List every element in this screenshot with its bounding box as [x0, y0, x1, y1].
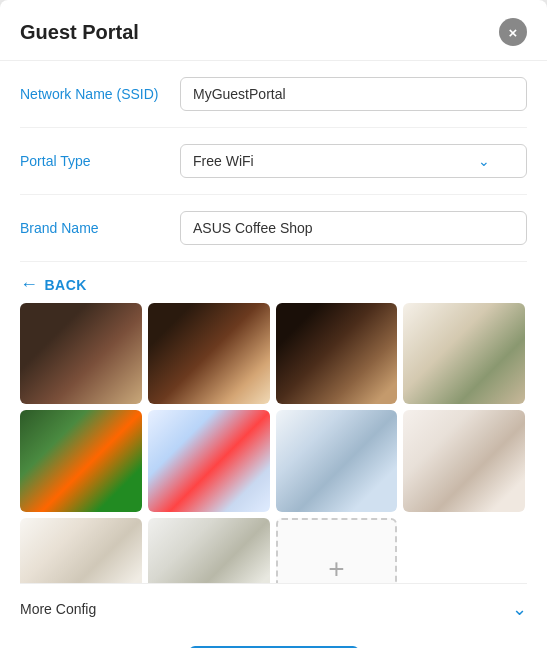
image-item-room1[interactable] — [20, 518, 142, 583]
ssid-input[interactable] — [180, 77, 527, 111]
plus-icon: + — [328, 553, 344, 583]
image-grid-area: + — [20, 303, 527, 583]
back-button[interactable]: ← BACK — [20, 274, 87, 295]
more-config-label: More Config — [20, 601, 96, 617]
portal-type-label: Portal Type — [20, 153, 180, 169]
portal-type-row: Portal Type Free WiFi ⌄ — [20, 128, 527, 195]
brand-name-row: Brand Name — [20, 195, 527, 262]
portal-type-select-wrapper[interactable]: Free WiFi ⌄ — [180, 144, 527, 178]
back-label: BACK — [45, 277, 87, 293]
image-item-food1[interactable] — [403, 303, 525, 404]
image-item-coffee3[interactable] — [276, 303, 398, 404]
back-arrow-icon: ← — [20, 274, 39, 295]
image-item-office1[interactable] — [276, 410, 398, 511]
ssid-label: Network Name (SSID) — [20, 86, 180, 102]
image-grid: + — [20, 303, 525, 583]
image-item-coffee2[interactable] — [148, 303, 270, 404]
image-item-coffee1[interactable] — [20, 303, 142, 404]
modal-footer: Apply — [0, 634, 547, 648]
portal-type-value: Free WiFi — [193, 153, 254, 169]
brand-name-input[interactable] — [180, 211, 527, 245]
close-button[interactable]: × — [499, 18, 527, 46]
more-config-row[interactable]: More Config ⌄ — [20, 583, 527, 634]
image-item-office3[interactable] — [148, 518, 270, 583]
back-row: ← BACK — [20, 262, 527, 303]
guest-portal-modal: Guest Portal × Network Name (SSID) Porta… — [0, 0, 547, 648]
image-item-food2[interactable] — [20, 410, 142, 511]
image-item-office2[interactable] — [403, 410, 525, 511]
chevron-down-icon: ⌄ — [478, 153, 490, 169]
more-config-chevron-icon: ⌄ — [512, 598, 527, 620]
portal-type-select[interactable]: Free WiFi ⌄ — [180, 144, 527, 178]
ssid-row: Network Name (SSID) — [20, 61, 527, 128]
add-image-button[interactable]: + — [276, 518, 398, 583]
modal-header: Guest Portal × — [0, 0, 547, 61]
brand-name-label: Brand Name — [20, 220, 180, 236]
image-item-store[interactable] — [148, 410, 270, 511]
modal-title: Guest Portal — [20, 21, 139, 44]
modal-body: Network Name (SSID) Portal Type Free WiF… — [0, 61, 547, 634]
